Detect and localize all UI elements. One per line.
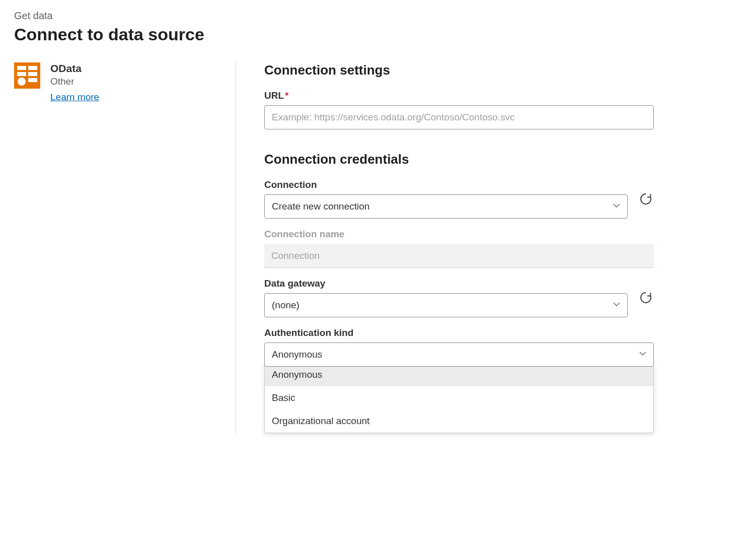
learn-more-link[interactable]: Learn more: [50, 92, 99, 103]
authentication-kind-dropdown: Anonymous Basic Organizational account: [264, 363, 654, 433]
connection-name-label: Connection name: [264, 229, 654, 240]
breadcrumb: Get data: [14, 10, 742, 22]
source-name: OData: [50, 62, 99, 75]
auth-option-organizational[interactable]: Organizational account: [265, 409, 653, 433]
authentication-kind-select[interactable]: Anonymous: [264, 342, 654, 367]
refresh-connection-button[interactable]: [638, 191, 654, 207]
url-input[interactable]: [264, 105, 654, 129]
form-panel: Connection settings URL* Connection cred…: [236, 62, 654, 433]
source-item: OData Other Learn more: [14, 62, 223, 103]
svg-rect-5: [17, 72, 26, 76]
refresh-icon: [639, 291, 652, 304]
connection-credentials-heading: Connection credentials: [264, 152, 654, 167]
required-asterisk: *: [285, 90, 288, 101]
refresh-icon: [639, 192, 652, 205]
svg-rect-4: [28, 78, 37, 82]
connection-select[interactable]: Create new connection: [264, 194, 628, 219]
authentication-kind-select-value: Anonymous: [272, 349, 322, 360]
source-category: Other: [50, 76, 99, 87]
authentication-kind-label: Authentication kind: [264, 327, 654, 338]
data-gateway-select[interactable]: (none): [264, 293, 628, 317]
svg-rect-2: [28, 66, 37, 70]
auth-option-basic[interactable]: Basic: [265, 386, 653, 409]
connection-select-value: Create new connection: [272, 201, 369, 212]
connection-settings-heading: Connection settings: [264, 62, 654, 78]
source-panel: OData Other Learn more: [14, 62, 236, 433]
svg-point-6: [18, 78, 26, 86]
url-label-text: URL: [264, 90, 284, 101]
svg-rect-1: [17, 66, 26, 70]
refresh-gateway-button[interactable]: [638, 290, 654, 306]
connection-label: Connection: [264, 179, 628, 190]
data-gateway-label: Data gateway: [264, 278, 628, 289]
connection-name-input: [264, 244, 654, 268]
odata-icon: [14, 62, 40, 89]
svg-rect-3: [28, 72, 37, 76]
url-label: URL*: [264, 90, 654, 101]
page-title: Connect to data source: [14, 25, 742, 44]
data-gateway-select-value: (none): [272, 300, 299, 311]
